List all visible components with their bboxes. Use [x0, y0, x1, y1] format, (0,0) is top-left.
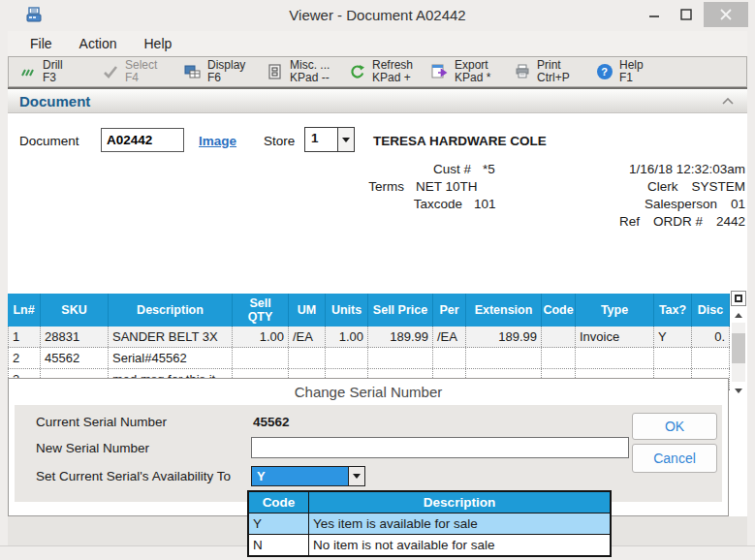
store-combobox[interactable]: 1: [304, 127, 355, 152]
image-link[interactable]: Image: [199, 134, 236, 148]
scrollbar-track[interactable]: [732, 323, 745, 382]
close-button[interactable]: [704, 2, 748, 27]
table-cell: 189.99: [368, 327, 433, 347]
display-button[interactable]: DisplayF6: [181, 57, 264, 86]
terms-label: Terms: [230, 179, 404, 194]
store-dropdown-arrow[interactable]: [337, 128, 354, 151]
column-header: Sell Price: [368, 294, 433, 327]
option-code: Y: [249, 513, 309, 534]
ref-line: Ref ORDR # 2442: [407, 214, 745, 229]
table-cell: 189.99: [466, 327, 542, 347]
column-header: UM: [289, 294, 326, 327]
store-label: Store: [264, 134, 295, 148]
dropdown-option-y[interactable]: Y Yes item is available for sale: [249, 513, 610, 534]
table-cell: [289, 348, 326, 368]
salesperson-label: Salesperson: [645, 197, 717, 211]
table-cell: [692, 348, 730, 368]
minimize-button[interactable]: [640, 2, 669, 27]
collapse-chevron-icon[interactable]: [722, 92, 734, 109]
table-cell: 45562: [41, 348, 109, 368]
cancel-button[interactable]: Cancel: [632, 444, 717, 473]
table-cell: [326, 348, 368, 368]
table-cell: [433, 348, 466, 368]
availability-value: Y: [252, 467, 348, 485]
table-cell: SANDER BELT 3X: [109, 327, 233, 347]
dropdown-option-n[interactable]: N No item is not available for sale: [249, 534, 610, 555]
table-row[interactable]: 128831SANDER BELT 3X1.00/EA1.00189.99/EA…: [8, 327, 730, 348]
document-panel-header: Document: [8, 89, 747, 113]
vertical-scrollbar[interactable]: [731, 291, 747, 399]
menu-help[interactable]: Help: [133, 33, 182, 54]
current-serial-value: 45562: [253, 415, 290, 429]
help-button[interactable]: ? HelpF1: [593, 57, 676, 86]
table-cell: 1.00: [326, 327, 368, 347]
check-icon: [102, 64, 118, 80]
dropdown-col-code: Code: [249, 492, 309, 513]
drill-button[interactable]: DrillF3: [16, 57, 99, 86]
menu-action[interactable]: Action: [69, 33, 128, 54]
clerk-value: SYSTEM: [691, 179, 745, 194]
printer-icon: [514, 64, 530, 80]
chevron-down-icon: [353, 474, 361, 479]
datetime-line: 1/16/18 12:32:03am: [407, 162, 745, 176]
option-description: No item is not available for sale: [309, 535, 610, 555]
table-cell: Y: [654, 327, 692, 347]
menu-file[interactable]: File: [19, 33, 63, 54]
display-icon: [184, 64, 201, 80]
maximize-icon: [680, 9, 692, 20]
document-label: Document: [19, 134, 79, 148]
scrollbar-system-button[interactable]: [731, 291, 746, 306]
scrollbar-thumb[interactable]: [732, 333, 745, 363]
title-bar: Viewer - Document A02442: [0, 0, 755, 31]
export-icon: [431, 64, 448, 80]
availability-combobox[interactable]: Y: [251, 466, 365, 486]
ref-value: 2442: [716, 214, 745, 229]
minimize-icon: [649, 10, 660, 19]
table-cell: 0.: [692, 327, 730, 347]
table-cell: Serial#45562: [109, 348, 233, 368]
maximize-button[interactable]: [672, 2, 701, 27]
misc-button[interactable]: Misc. ...KPad --: [264, 57, 346, 86]
option-description: Yes item is available for sale: [309, 513, 610, 534]
table-cell: [654, 348, 692, 368]
column-header: Per: [433, 294, 466, 327]
new-serial-input[interactable]: [251, 437, 629, 458]
column-header: Ln#: [8, 294, 41, 327]
table-header-row: Ln#SKUDescriptionSell QTYUMUnitsSell Pri…: [8, 294, 730, 327]
column-header: Extension: [466, 294, 542, 327]
dropdown-col-description: Description: [309, 492, 610, 513]
line-items-table: Ln#SKUDescriptionSell QTYUMUnitsSell Pri…: [8, 294, 730, 390]
availability-dropdown-arrow[interactable]: [348, 467, 364, 485]
refresh-button[interactable]: RefreshKPad +: [346, 57, 428, 86]
document-input[interactable]: [101, 128, 184, 152]
scroll-down-button[interactable]: [731, 384, 746, 397]
availability-dropdown-list: Code Description Y Yes item is available…: [247, 490, 612, 557]
print-button[interactable]: PrintCtrl+P: [511, 57, 593, 86]
store-value: 1: [305, 128, 337, 151]
keypad-icon: [267, 64, 283, 80]
table-cell: [368, 348, 433, 368]
chevron-down-icon: [342, 138, 350, 142]
drill-icon: [19, 64, 36, 80]
ref-sublabel: ORDR #: [653, 214, 703, 229]
table-row[interactable]: 245562Serial#45562: [8, 348, 730, 369]
export-button[interactable]: ExportKPad *: [428, 57, 511, 86]
availability-label: Set Current Serial's Availability To: [36, 469, 231, 483]
arrow-up-icon: [735, 313, 742, 318]
table-cell: /EA: [433, 327, 466, 347]
cash-register-icon: [24, 6, 44, 29]
select-button[interactable]: SelectF4: [99, 57, 181, 86]
clerk-label: Clerk: [647, 179, 678, 194]
ok-button[interactable]: OK: [632, 413, 717, 440]
ref-label: Ref: [619, 214, 640, 229]
refresh-icon: [349, 64, 365, 80]
column-header: Type: [576, 294, 654, 327]
salesperson-line: Salesperson 01: [407, 197, 745, 211]
current-serial-label: Current Serial Number: [36, 415, 167, 429]
table-cell: [576, 348, 654, 368]
table-cell: /EA: [289, 327, 326, 347]
scroll-up-button[interactable]: [731, 309, 746, 321]
new-serial-label: New Serial Number: [36, 441, 149, 455]
help-icon: ?: [596, 64, 613, 80]
datetime-value: 1/16/18 12:32:03am: [629, 162, 745, 176]
